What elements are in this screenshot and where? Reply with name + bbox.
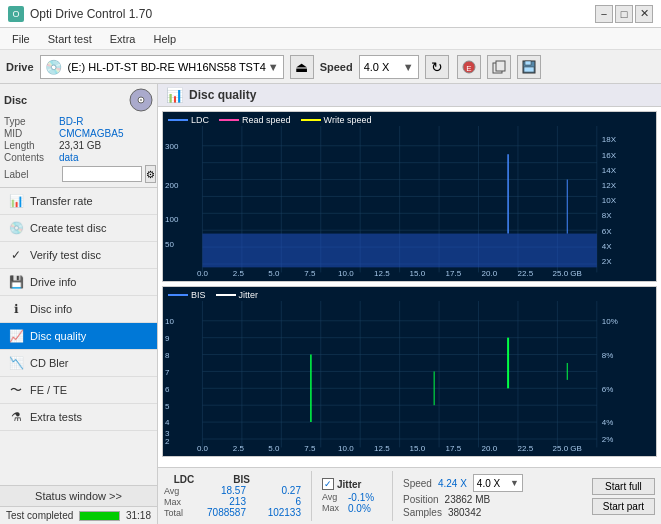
save-button[interactable] [517, 55, 541, 79]
nav-fe-te[interactable]: 〜 FE / TE [0, 377, 157, 404]
nav-cd-bler[interactable]: 📉 CD Bler [0, 350, 157, 377]
jitter-avg: -0.1% [348, 492, 374, 503]
maximize-button[interactable]: □ [615, 5, 633, 23]
legend-read-speed-label: Read speed [242, 115, 291, 125]
speed-label: Speed [320, 61, 353, 73]
svg-text:20.0: 20.0 [482, 444, 498, 453]
legend-write-speed-label: Write speed [324, 115, 372, 125]
extra-tests-icon: ⚗ [8, 409, 24, 425]
copy-button[interactable] [487, 55, 511, 79]
speed-value: 4.0 X [364, 61, 390, 73]
svg-text:0.0: 0.0 [197, 269, 209, 278]
svg-text:6: 6 [165, 385, 170, 394]
menu-file[interactable]: File [4, 31, 38, 47]
drive-selector[interactable]: 💿 (E:) HL-DT-ST BD-RE WH16NS58 TST4 ▼ [40, 55, 284, 79]
disc-mid-value: CMCMAGBA5 [59, 128, 123, 139]
stats-speed-col: Speed 4.24 X 4.0 X ▼ Position 23862 MB S… [403, 474, 523, 518]
nav-verify-test[interactable]: ✓ Verify test disc [0, 242, 157, 269]
nav-verify-test-label: Verify test disc [30, 249, 101, 261]
nav-drive-info[interactable]: 💾 Drive info [0, 269, 157, 296]
position-value: 23862 MB [445, 494, 491, 505]
svg-text:7: 7 [165, 368, 170, 377]
progress-bar-fill [80, 512, 119, 520]
nav-disc-quality[interactable]: 📈 Disc quality [0, 323, 157, 350]
bis-chart: BIS Jitter [162, 286, 657, 457]
svg-text:5.0: 5.0 [268, 444, 280, 453]
svg-text:10.0: 10.0 [338, 269, 354, 278]
legend-jitter-color [216, 294, 236, 296]
refresh-button[interactable]: ↻ [425, 55, 449, 79]
svg-text:10%: 10% [602, 317, 618, 326]
nav-create-test-label: Create test disc [30, 222, 106, 234]
svg-text:100: 100 [165, 215, 179, 224]
svg-point-9 [140, 99, 142, 101]
nav-extra-tests[interactable]: ⚗ Extra tests [0, 404, 157, 431]
legend-jitter-label: Jitter [239, 290, 259, 300]
menu-extra[interactable]: Extra [102, 31, 144, 47]
menu-start-test[interactable]: Start test [40, 31, 100, 47]
transfer-rate-icon: 📊 [8, 193, 24, 209]
menu-bar: File Start test Extra Help [0, 28, 661, 50]
speed-selector[interactable]: 4.0 X ▼ [359, 55, 419, 79]
close-button[interactable]: ✕ [635, 5, 653, 23]
legend-write-speed-color [301, 119, 321, 121]
svg-text:10X: 10X [602, 196, 617, 205]
svg-text:2%: 2% [602, 435, 614, 444]
status-time: 31:18 [126, 510, 151, 521]
eject-button[interactable]: ⏏ [290, 55, 314, 79]
svg-text:5.0: 5.0 [268, 269, 280, 278]
svg-text:17.5: 17.5 [446, 269, 462, 278]
disc-length-label: Length [4, 140, 59, 151]
legend-read-speed-color [219, 119, 239, 121]
progress-bar-container [79, 511, 120, 521]
bis-total: 102133 [266, 507, 301, 518]
title-bar: O Opti Drive Control 1.70 − □ ✕ [0, 0, 661, 28]
svg-text:4%: 4% [602, 418, 614, 427]
svg-text:15.0: 15.0 [410, 269, 426, 278]
svg-text:10.0: 10.0 [338, 444, 354, 453]
svg-text:15.0: 15.0 [410, 444, 426, 453]
svg-text:18X: 18X [602, 135, 617, 144]
start-full-button[interactable]: Start full [592, 478, 655, 495]
svg-text:8%: 8% [602, 351, 614, 360]
svg-text:17.5: 17.5 [446, 444, 462, 453]
nav-cd-bler-label: CD Bler [30, 357, 69, 369]
disc-label-input[interactable] [62, 166, 142, 182]
status-window-button[interactable]: Status window >> [0, 486, 157, 507]
svg-text:300: 300 [165, 142, 179, 151]
app-title: Opti Drive Control 1.70 [30, 7, 152, 21]
svg-text:12.5: 12.5 [374, 444, 390, 453]
svg-text:8X: 8X [602, 211, 612, 220]
start-part-button[interactable]: Start part [592, 498, 655, 515]
nav-create-test[interactable]: 💿 Create test disc [0, 215, 157, 242]
nav-fe-te-label: FE / TE [30, 384, 67, 396]
nav-drive-info-label: Drive info [30, 276, 76, 288]
drive-label: Drive [6, 61, 34, 73]
nav-transfer-rate[interactable]: 📊 Transfer rate [0, 188, 157, 215]
max-label: Max [164, 497, 186, 507]
minimize-button[interactable]: − [595, 5, 613, 23]
disc-quality-icon: 📈 [8, 328, 24, 344]
nav-disc-info[interactable]: ℹ Disc info [0, 296, 157, 323]
svg-rect-5 [525, 61, 531, 65]
disc-type-label: Type [4, 116, 59, 127]
legend-jitter: Jitter [216, 290, 259, 300]
svg-text:12.5: 12.5 [374, 269, 390, 278]
jitter-checkbox[interactable]: ✓ [322, 478, 334, 490]
total-label: Total [164, 508, 186, 518]
svg-text:22.5: 22.5 [518, 444, 534, 453]
status-completed-label: Test completed [6, 510, 73, 521]
samples-value: 380342 [448, 507, 481, 518]
svg-text:8: 8 [165, 351, 170, 360]
speed-stat-selector[interactable]: 4.0 X ▼ [473, 474, 523, 492]
chart-header: 📊 Disc quality [158, 84, 661, 107]
drive-dropdown-arrow: ▼ [268, 61, 279, 73]
disc-contents-row: Contents data [4, 152, 153, 163]
disc-mid-row: MID CMCMAGBA5 [4, 128, 153, 139]
erase-button[interactable]: E [457, 55, 481, 79]
chart-header-icon: 📊 [166, 87, 183, 103]
svg-text:5: 5 [165, 401, 170, 410]
menu-help[interactable]: Help [145, 31, 184, 47]
nav-disc-quality-label: Disc quality [30, 330, 86, 342]
disc-label-button[interactable]: ⚙ [145, 165, 156, 183]
